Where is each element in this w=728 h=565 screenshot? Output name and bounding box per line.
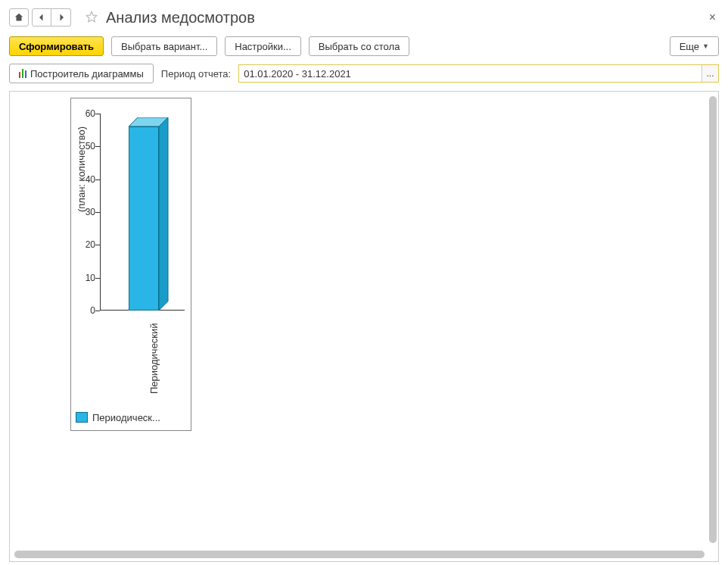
y-tick bbox=[95, 278, 100, 279]
y-tick bbox=[95, 245, 100, 245]
chevron-down-icon: ▼ bbox=[702, 42, 709, 50]
legend-text: Периодическ... bbox=[92, 412, 186, 423]
back-button[interactable] bbox=[32, 8, 51, 27]
report-area: (план: количество) 0102030405060 Периоди… bbox=[9, 91, 719, 562]
settings-button[interactable]: Настройки... bbox=[225, 36, 301, 56]
legend-swatch bbox=[76, 412, 88, 423]
y-axis bbox=[100, 114, 101, 311]
y-tick-label: 50 bbox=[77, 141, 95, 151]
home-button[interactable] bbox=[9, 8, 29, 27]
y-tick-label: 60 bbox=[77, 108, 95, 119]
y-tick bbox=[95, 146, 100, 147]
choose-variant-button[interactable]: Выбрать вариант... bbox=[111, 36, 217, 56]
vertical-scrollbar[interactable] bbox=[709, 96, 717, 543]
period-input[interactable] bbox=[239, 65, 702, 82]
y-tick-label: 20 bbox=[77, 239, 95, 250]
period-picker-button[interactable]: ... bbox=[702, 65, 718, 82]
horizontal-scrollbar[interactable] bbox=[14, 551, 705, 558]
chart-builder-button[interactable]: Построитель диаграммы bbox=[9, 64, 154, 83]
y-tick-label: 10 bbox=[77, 273, 95, 283]
chart-builder-label: Построитель диаграммы bbox=[30, 68, 144, 80]
forward-button[interactable] bbox=[51, 8, 71, 27]
y-tick bbox=[95, 212, 100, 213]
y-tick-label: 0 bbox=[77, 305, 95, 316]
y-tick bbox=[95, 311, 100, 311]
y-tick bbox=[95, 179, 100, 180]
y-tick bbox=[95, 114, 100, 114]
more-button[interactable]: Еще ▼ bbox=[670, 36, 719, 56]
bar-side bbox=[159, 117, 169, 311]
chart-frame: (план: количество) 0102030405060 Периоди… bbox=[70, 98, 191, 431]
chart-icon bbox=[19, 69, 27, 78]
period-label: Период отчета: bbox=[161, 68, 231, 80]
page-title: Анализ медосмотров bbox=[106, 9, 255, 27]
category-label: Периодический bbox=[148, 323, 160, 394]
close-button[interactable]: × bbox=[706, 9, 719, 26]
bar bbox=[129, 126, 159, 311]
svg-marker-1 bbox=[159, 117, 168, 311]
generate-button[interactable]: Сформировать bbox=[9, 36, 104, 56]
choose-from-table-button[interactable]: Выбрать со стола bbox=[309, 36, 410, 56]
y-tick-label: 40 bbox=[77, 174, 95, 185]
titlebar: Анализ медосмотров × bbox=[9, 6, 719, 29]
period-input-group: ... bbox=[238, 64, 719, 83]
more-button-label: Еще bbox=[680, 41, 699, 52]
y-tick-label: 30 bbox=[77, 207, 95, 217]
favorite-star-icon[interactable] bbox=[83, 9, 100, 26]
params-row: Построитель диаграммы Период отчета: ... bbox=[9, 64, 719, 83]
legend: Периодическ... bbox=[76, 409, 186, 426]
main-toolbar: Сформировать Выбрать вариант... Настройк… bbox=[9, 36, 719, 56]
y-axis-title: (план: количество) bbox=[76, 126, 87, 212]
chart-plot: 0102030405060 bbox=[100, 114, 185, 311]
